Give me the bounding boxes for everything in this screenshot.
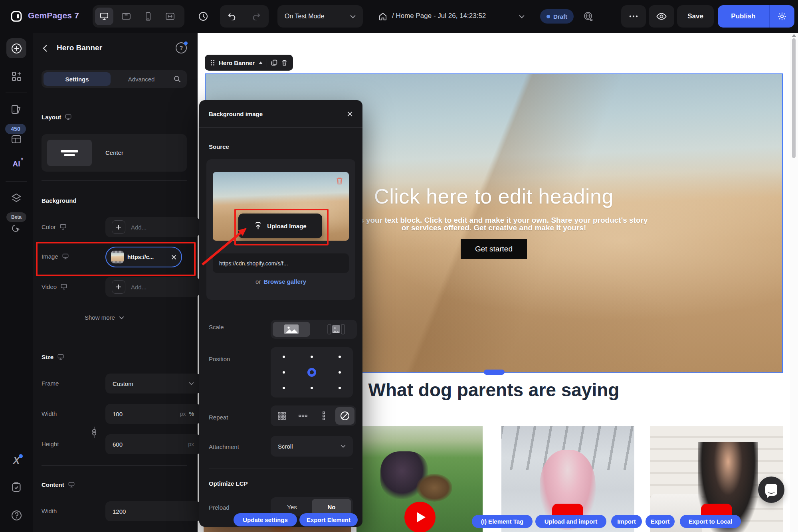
- export-button[interactable]: Export: [646, 515, 675, 528]
- panel-help-button[interactable]: ?: [176, 42, 187, 53]
- position-dot-selected[interactable]: [307, 368, 316, 377]
- export-to-local-button[interactable]: Export to Local: [680, 515, 741, 528]
- desktop-device-button[interactable]: [95, 8, 113, 25]
- close-icon[interactable]: [346, 110, 354, 118]
- chevron-up-icon[interactable]: [259, 61, 263, 64]
- responsive-width-button[interactable]: [159, 5, 181, 28]
- pages-icon: [11, 105, 22, 114]
- section-resize-handle[interactable]: [484, 370, 505, 375]
- add-element-button[interactable]: [6, 38, 26, 58]
- browser-window-icon: [11, 135, 22, 144]
- tab-settings[interactable]: Settings: [44, 72, 111, 86]
- delete-icon[interactable]: [281, 59, 287, 66]
- position-dot[interactable]: [339, 387, 341, 389]
- element-tag-button[interactable]: (I) Element Tag: [472, 515, 533, 528]
- test-mode-dropdown[interactable]: On Test Mode: [277, 5, 363, 28]
- layers-button[interactable]: [0, 193, 33, 203]
- position-dot[interactable]: [311, 356, 313, 358]
- templates-button[interactable]: [0, 135, 33, 144]
- remove-image-icon[interactable]: [336, 177, 343, 185]
- interactions-button[interactable]: [0, 223, 33, 234]
- height-input[interactable]: 600 px: [105, 434, 201, 454]
- repeat-none-button[interactable]: [335, 407, 354, 425]
- duplicate-icon[interactable]: [271, 59, 277, 66]
- position-dot[interactable]: [283, 387, 285, 389]
- section-divider: [42, 180, 187, 181]
- content-width-input[interactable]: 1200: [105, 501, 201, 521]
- back-button[interactable]: [40, 43, 50, 53]
- import-button[interactable]: Import: [611, 515, 642, 528]
- repeat-both-button[interactable]: [272, 407, 291, 425]
- scrollbar-thumb[interactable]: [792, 38, 796, 158]
- page-breadcrumb[interactable]: / Home Page - Jul 26, 14:23:52: [392, 12, 486, 20]
- video-card-1[interactable]: [356, 426, 483, 532]
- content-heading: Content: [42, 481, 75, 488]
- more-options-button[interactable]: [621, 5, 646, 28]
- link-dimensions-icon[interactable]: [91, 426, 97, 438]
- ai-assistant-button[interactable]: AI ✦: [0, 160, 33, 168]
- preload-no-button[interactable]: No: [312, 499, 351, 515]
- position-dot[interactable]: [339, 356, 341, 358]
- canvas-scrollbar[interactable]: [790, 33, 798, 532]
- attachment-dropdown[interactable]: Scroll: [271, 436, 353, 457]
- x-app-button[interactable]: X: [0, 455, 33, 466]
- rail-divider: [6, 181, 27, 182]
- brand-name[interactable]: GemPages7: [28, 11, 79, 20]
- scrollbar-up-arrow[interactable]: [792, 34, 796, 37]
- element-label-chip[interactable]: Hero Banner: [205, 55, 293, 71]
- layout-option-card[interactable]: Center: [42, 134, 187, 172]
- show-more-toggle[interactable]: Show more: [85, 314, 124, 321]
- play-button-icon[interactable]: [404, 502, 436, 532]
- page-chevron-down-icon[interactable]: [519, 15, 525, 18]
- redo-button[interactable]: [244, 5, 268, 28]
- undo-button[interactable]: [220, 5, 244, 28]
- help-button[interactable]: [0, 510, 33, 521]
- export-element-button[interactable]: Export Element: [299, 513, 358, 526]
- video-add-control[interactable]: Add...: [105, 277, 200, 297]
- save-button[interactable]: Save: [677, 5, 714, 28]
- get-started-button[interactable]: Get started: [461, 239, 527, 259]
- history-icon[interactable]: [197, 10, 209, 22]
- tab-advanced[interactable]: Advanced: [113, 72, 169, 86]
- tablet-device-button[interactable]: [115, 5, 137, 28]
- search-icon[interactable]: [173, 75, 181, 83]
- drag-handle-icon[interactable]: [210, 59, 215, 66]
- size-heading: Size: [42, 354, 64, 360]
- translate-globe-icon[interactable]: [582, 10, 594, 22]
- position-dot[interactable]: [339, 371, 341, 374]
- preload-label: Preload: [209, 504, 230, 511]
- sections-library-button[interactable]: [0, 71, 33, 81]
- upload-and-import-button[interactable]: Upload and import: [535, 515, 606, 528]
- scale-fit-button[interactable]: [317, 322, 355, 337]
- width-input[interactable]: 100 px %: [105, 404, 201, 424]
- height-label: Height: [42, 441, 59, 447]
- publish-button[interactable]: Publish: [718, 5, 769, 28]
- pages-button[interactable]: [0, 105, 33, 114]
- repeat-x-button[interactable]: [293, 407, 313, 425]
- frame-dropdown[interactable]: Custom: [105, 374, 201, 394]
- preload-yes-button[interactable]: Yes: [272, 499, 312, 515]
- layout-heading: Layout: [42, 114, 71, 121]
- scale-fill-button[interactable]: [273, 322, 310, 337]
- publish-settings-button[interactable]: [769, 5, 794, 28]
- cursor-click-icon: [11, 223, 22, 234]
- home-icon[interactable]: [378, 11, 388, 22]
- chevron-down-icon: [341, 445, 346, 448]
- position-dot[interactable]: [311, 387, 313, 389]
- browse-gallery-link[interactable]: Browse gallery: [263, 278, 306, 285]
- left-rail: 450 AI ✦ Beta X: [0, 33, 33, 532]
- color-add-control[interactable]: Add...: [105, 217, 200, 237]
- annotation-image-row: [36, 242, 196, 276]
- chevron-down-icon: [189, 382, 194, 385]
- preview-button[interactable]: [649, 5, 674, 28]
- update-settings-button[interactable]: Update settings: [234, 513, 297, 526]
- tasks-button[interactable]: [0, 482, 33, 492]
- position-dot[interactable]: [283, 356, 285, 358]
- mobile-device-button[interactable]: [137, 5, 159, 28]
- layout-thumbnail: [47, 140, 92, 166]
- center-align-icon: [61, 150, 78, 152]
- chat-launcher-button[interactable]: [758, 477, 784, 503]
- gempages-logo-icon[interactable]: [10, 10, 23, 23]
- position-dot[interactable]: [283, 371, 285, 374]
- repeat-y-button[interactable]: [314, 407, 333, 425]
